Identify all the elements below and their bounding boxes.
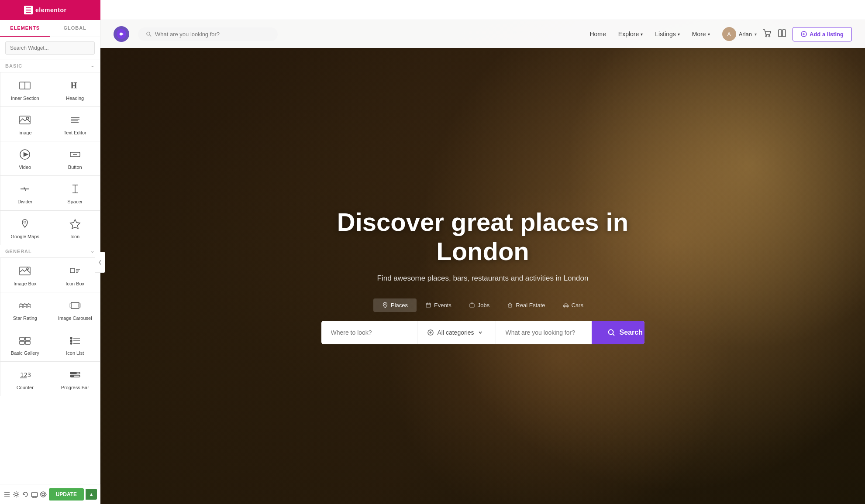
tab-elements[interactable]: ELEMENTS (0, 20, 50, 37)
widget-text-editor[interactable]: Text Editor (50, 106, 100, 141)
google-maps-icon (19, 218, 31, 230)
sidebar-tabs: ELEMENTS GLOBAL (0, 20, 100, 37)
video-icon (19, 148, 31, 161)
widget-icon-label: Icon (70, 233, 79, 240)
hero-tab-real-estate-label: Real Estate (516, 302, 545, 309)
widget-heading-label: Heading (66, 95, 84, 101)
widget-progress-bar-label: Progress Bar (61, 384, 89, 391)
categories-label: All categories (438, 329, 474, 336)
search-widget-input[interactable] (5, 41, 95, 55)
section-general-label: GENERAL (5, 249, 32, 254)
widget-text-editor-label: Text Editor (64, 130, 86, 136)
responsive-button[interactable] (31, 487, 38, 501)
svg-point-61 (42, 493, 45, 496)
widget-divider[interactable]: Divider (0, 175, 50, 210)
hamburger-menu-button[interactable] (3, 487, 11, 501)
explore-chevron-icon: ▾ (641, 32, 643, 37)
nav-link-home[interactable]: Home (589, 31, 606, 38)
widget-video-label: Video (19, 164, 31, 170)
listings-chevron-icon: ▾ (678, 32, 680, 37)
widget-image-box[interactable]: Image Box (0, 257, 50, 292)
widget-image[interactable]: Image (0, 106, 50, 141)
hero-search-button[interactable]: Search (592, 321, 644, 344)
svg-rect-57 (31, 493, 38, 497)
widget-spacer[interactable]: Spacer (50, 175, 100, 210)
hero-tab-jobs[interactable]: Jobs (460, 298, 498, 312)
star-rating-icon (19, 299, 31, 312)
image-box-icon (19, 265, 31, 277)
tab-global[interactable]: GLOBAL (50, 20, 100, 37)
svg-point-56 (15, 493, 17, 496)
widget-button[interactable]: Button (50, 141, 100, 176)
hero-keyword-input[interactable] (496, 321, 592, 344)
user-name: Arian (739, 31, 752, 38)
svg-rect-50 (70, 372, 76, 374)
main-content-area: Home Explore ▾ Listings ▾ More ▾ (100, 20, 865, 504)
hero-categories-dropdown[interactable]: All categories (417, 321, 496, 344)
widget-inner-section-label: Inner Section (11, 95, 39, 101)
grid-apps-button[interactable] (846, 3, 860, 17)
widget-basic-gallery-label: Basic Gallery (11, 350, 39, 356)
svg-marker-24 (70, 219, 80, 229)
widget-star-rating-label: Star Rating (13, 315, 37, 321)
user-menu[interactable]: A Arian ▾ (722, 27, 757, 41)
widget-image-carousel-label: Image Carousel (58, 315, 92, 321)
compare-button[interactable] (778, 29, 786, 40)
hero-category-tabs: Places Events Jobs Real Estate (321, 298, 644, 312)
preview-button[interactable] (40, 487, 47, 501)
hero-title: Discover great places in London (321, 208, 644, 266)
widget-google-maps[interactable]: Google Maps (0, 210, 50, 245)
widget-star-rating[interactable]: Star Rating (0, 292, 50, 327)
svg-marker-33 (26, 303, 31, 308)
button-icon (69, 148, 81, 161)
hero-tab-places[interactable]: Places (373, 298, 417, 312)
sidebar-collapse-handle[interactable]: ❮ (95, 252, 105, 273)
hero-where-input[interactable] (321, 321, 417, 344)
widget-basic-gallery[interactable]: Basic Gallery (0, 327, 50, 362)
section-general-header[interactable]: GENERAL ⌄ (0, 245, 100, 257)
counter-icon: 123 (19, 369, 31, 381)
site-search-bar[interactable] (138, 27, 278, 41)
widget-button-label: Button (68, 164, 82, 170)
settings-button[interactable] (13, 487, 20, 501)
add-listing-button[interactable]: Add a listing (793, 27, 852, 41)
hero-search-icon (607, 329, 615, 336)
widget-google-maps-label: Google Maps (11, 233, 39, 240)
cart-button[interactable] (763, 29, 772, 40)
hero-tab-cars[interactable]: Cars (554, 298, 592, 312)
section-basic-header[interactable]: BASIC ⌄ (0, 59, 100, 72)
update-button[interactable]: UPDATE (49, 488, 84, 501)
hero-tab-real-estate[interactable]: Real Estate (498, 298, 554, 312)
widget-counter[interactable]: 123 Counter (0, 361, 50, 396)
widget-icon-list[interactable]: Icon List (50, 327, 100, 362)
widget-video[interactable]: Video (0, 141, 50, 176)
nav-link-listings[interactable]: Listings ▾ (655, 31, 679, 38)
cars-icon (563, 302, 569, 308)
basic-gallery-icon (19, 334, 31, 346)
widget-progress-bar[interactable]: Progress Bar (50, 361, 100, 396)
categories-chevron-icon (478, 330, 483, 335)
update-label: UPDATE (56, 491, 77, 497)
undo-button[interactable] (21, 487, 29, 501)
heading-icon: H (69, 79, 81, 92)
general-widget-grid: Image Box Icon Box (0, 257, 100, 396)
widget-inner-section[interactable]: Inner Section (0, 72, 50, 107)
nav-link-more[interactable]: More ▾ (692, 31, 710, 38)
hero-tab-events[interactable]: Events (417, 298, 460, 312)
widget-icon[interactable]: Icon (50, 210, 100, 245)
widget-icon-box[interactable]: Icon Box (50, 257, 100, 292)
widget-image-carousel[interactable]: Image Carousel (50, 292, 100, 327)
add-listing-icon (801, 31, 807, 37)
hero-search-box: All categories Search (321, 321, 644, 344)
svg-text:elementor: elementor (35, 7, 66, 14)
jobs-icon (469, 302, 475, 308)
site-search-input[interactable] (155, 31, 270, 38)
image-carousel-icon (69, 299, 81, 312)
update-dropdown-button[interactable]: ▲ (86, 489, 97, 500)
nav-right-section: A Arian ▾ Add a listing (722, 27, 852, 41)
nav-link-explore[interactable]: Explore ▾ (618, 31, 643, 38)
svg-rect-34 (71, 302, 79, 309)
site-navbar: Home Explore ▾ Listings ▾ More ▾ (100, 20, 865, 48)
svg-point-63 (147, 32, 150, 35)
widget-heading[interactable]: H Heading (50, 72, 100, 107)
